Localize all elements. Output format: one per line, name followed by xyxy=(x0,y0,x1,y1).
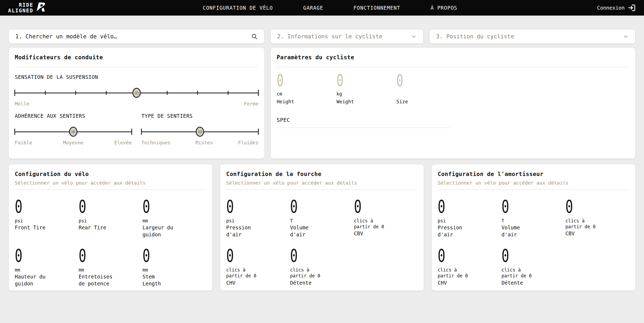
range-min-label: Faible xyxy=(15,140,32,145)
stat-unit: T xyxy=(290,218,323,224)
bike-config-title: Configuration du vélo xyxy=(15,171,206,177)
stat-hsc: 0 clics à partir de 0 CHV xyxy=(438,247,502,286)
stat-unit: T xyxy=(502,218,534,224)
stat-label: Entretoises de potence xyxy=(79,273,111,287)
nav-link-bike-setup[interactable]: CONFIGURATION DE VÉLO xyxy=(203,5,273,11)
slider-columns: ADHÉRENCE AUX SENTIERS Faible Moyenne Él… xyxy=(15,113,258,145)
search-icon[interactable] xyxy=(251,33,258,40)
fork-config-stats: 0 psi Pression d'air 0 T Volume d'air 0 … xyxy=(226,198,418,286)
stat-unit: mm xyxy=(142,267,175,273)
navbar: RIDE ALIGNED R CONFIGURATION DE VÉLO GAR… xyxy=(0,0,644,16)
slider-tick xyxy=(14,90,15,96)
logo-line2: ALIGNED xyxy=(8,8,33,13)
suspension-feel-range-labels: Molle Ferme xyxy=(15,101,258,107)
stat-air-volume: 0 T Volume d'air xyxy=(502,198,565,238)
steps-row: 1. Chercher un modèle de vélo… 2. Inform… xyxy=(9,30,635,43)
trail-grip-slider[interactable] xyxy=(15,126,132,138)
slider-handle[interactable] xyxy=(133,88,141,98)
stat-label: Hauteur du guidon xyxy=(15,273,47,287)
stat-rear-tire: 0 psi Rear Tire xyxy=(79,198,142,238)
stat-value: 0 xyxy=(502,198,509,216)
stat-value: 0 xyxy=(15,198,23,216)
slider-tick xyxy=(45,91,46,95)
step-search-label: 1. Chercher un modèle de vélo… xyxy=(15,33,117,40)
stat-size: 0 Size xyxy=(396,72,456,104)
stat-label: Pression d'air xyxy=(438,224,470,238)
rider-params-title: Paramètres du cycliste xyxy=(277,54,629,61)
trail-grip-label: ADHÉRENCE AUX SENTIERS xyxy=(15,113,132,119)
range-max-label: Élevée xyxy=(114,140,132,145)
ride-aligned-r-icon: R xyxy=(35,1,45,14)
stat-label: CBV xyxy=(354,230,387,237)
nav-link-about[interactable]: À PROPOS xyxy=(431,5,458,11)
nav-links: CONFIGURATION DE VÉLO GARAGE FONCTIONNEM… xyxy=(203,0,458,16)
stat-unit: clics à partir de 0 xyxy=(290,267,323,279)
stat-unit: clics à partir de 0 xyxy=(502,267,534,279)
logo-line1: RIDE xyxy=(8,2,33,8)
stat-value: 0 xyxy=(142,198,150,216)
stat-unit: psi xyxy=(79,218,111,224)
bike-config-card: Configuration du vélo Sélectionner un vé… xyxy=(9,164,212,291)
row-modifiers-params: Modificateurs de conduite SENSATION DE L… xyxy=(9,48,635,159)
divider xyxy=(277,67,629,67)
stat-value: 0 xyxy=(290,247,298,265)
stat-unit: psi xyxy=(226,218,259,224)
login-button[interactable]: Connexion xyxy=(597,4,636,12)
slider-tick xyxy=(141,129,142,135)
stat-hsc: 0 clics à partir de 0 CHV xyxy=(226,247,290,286)
trail-type-label: TYPE DE SENTIERS xyxy=(141,113,258,119)
step-rider-position[interactable]: 3. Position du cycliste xyxy=(430,30,635,43)
stat-unit: psi xyxy=(438,218,470,224)
row-configs: Configuration du vélo Sélectionner un vé… xyxy=(9,164,635,291)
fork-config-subtitle: Sélectionner un vélo pour accéder aux dé… xyxy=(226,180,418,186)
trail-type-slider[interactable] xyxy=(141,126,258,138)
stat-stem-spacers: 0 mm Entretoises de potence xyxy=(79,247,142,287)
stat-value: 0 xyxy=(336,72,343,89)
trail-type-range-labels: Techniques Mixtes Fluides xyxy=(141,140,258,145)
stat-label: Détente xyxy=(502,280,534,287)
spec-divider xyxy=(277,127,450,128)
fork-config-card: Configuration de la fourche Sélectionner… xyxy=(220,164,424,291)
slider-handle[interactable] xyxy=(196,127,204,137)
slider-tick xyxy=(14,129,15,135)
range-max-label: Fluides xyxy=(238,140,258,145)
stat-unit: cm xyxy=(277,91,336,98)
stat-label: Weight xyxy=(336,99,396,104)
shock-config-subtitle: Sélectionner un vélo pour accéder aux dé… xyxy=(438,180,629,186)
stat-label: Front Tire xyxy=(15,224,47,231)
stat-value: 0 xyxy=(290,198,298,216)
stat-front-tire: 0 psi Front Tire xyxy=(15,198,79,238)
shock-config-card: Configuration de l'amortisseur Sélection… xyxy=(432,164,635,291)
divider xyxy=(15,189,206,190)
stat-bar-width: 0 mm Largeur du guidon xyxy=(142,198,206,238)
slider-tick xyxy=(258,129,259,135)
slider-tick xyxy=(131,129,132,135)
trail-grip-group: ADHÉRENCE AUX SENTIERS Faible Moyenne Él… xyxy=(15,113,132,145)
stat-air-pressure: 0 psi Pression d'air xyxy=(226,198,290,238)
stat-value: 0 xyxy=(226,247,234,265)
stat-value: 0 xyxy=(142,247,150,265)
logo[interactable]: RIDE ALIGNED R xyxy=(8,1,45,14)
stat-label: CBV xyxy=(565,230,598,237)
stat-unit: mm xyxy=(15,267,47,273)
chevron-down-icon xyxy=(623,34,629,39)
stat-unit: clics à partir de 0 xyxy=(354,218,387,230)
stat-label: Height xyxy=(277,99,336,104)
suspension-feel-slider[interactable] xyxy=(15,87,258,99)
slider-handle[interactable] xyxy=(69,127,78,137)
trail-type-group: TYPE DE SENTIERS Techniques Mixtes Fluid… xyxy=(141,113,258,145)
step-rider-info[interactable]: 2. Informations sur le cycliste xyxy=(271,30,423,43)
stat-value: 0 xyxy=(438,198,445,216)
stat-unit: clics à partir de 0 xyxy=(565,218,598,230)
stat-unit: psi xyxy=(15,218,47,224)
stat-value: 0 xyxy=(277,72,284,89)
fork-config-title: Configuration de la fourche xyxy=(226,171,418,177)
slider-tick xyxy=(167,91,167,95)
nav-link-how-it-works[interactable]: FONCTIONNEMENT xyxy=(354,5,400,11)
nav-link-garage[interactable]: GARAGE xyxy=(303,5,323,11)
stat-unit: clics à partir de 0 xyxy=(438,267,470,279)
logo-text: RIDE ALIGNED xyxy=(8,2,33,13)
step-search-bike[interactable]: 1. Chercher un modèle de vélo… xyxy=(9,30,264,43)
divider xyxy=(226,189,418,190)
stat-label: Size xyxy=(396,99,456,104)
